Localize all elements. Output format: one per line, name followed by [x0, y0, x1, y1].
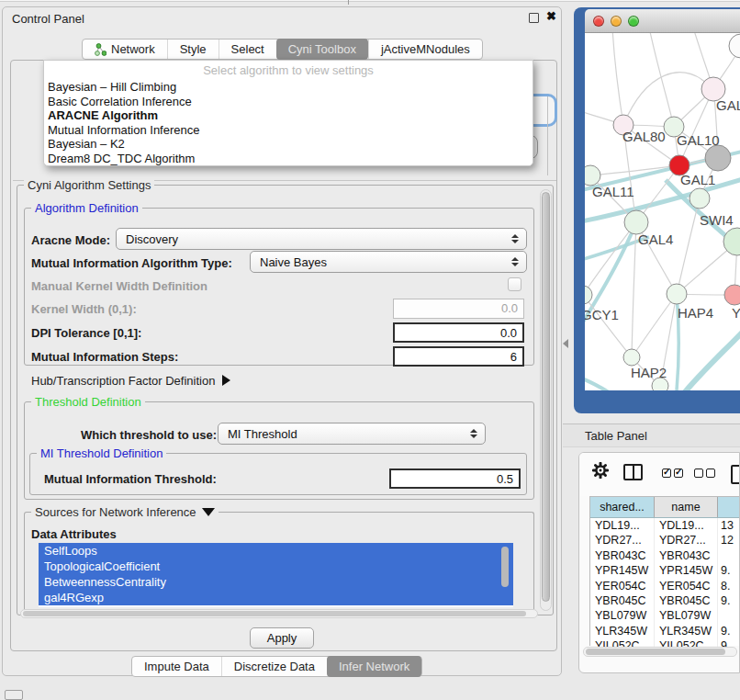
settings-scrollbar-thumb[interactable]	[542, 192, 550, 602]
network-node[interactable]	[705, 145, 731, 171]
float-window-icon[interactable]	[529, 13, 539, 23]
algorithm-option[interactable]: Dream8 DC_TDC Algorithm	[44, 152, 533, 166]
algorithm-option[interactable]: Mutual Information Inference	[44, 123, 533, 138]
table-cell: YBR043C	[590, 548, 655, 563]
split-columns-icon[interactable]	[623, 464, 643, 480]
table-cell: YDL19...	[655, 518, 718, 533]
node-label: SWI4	[700, 212, 734, 228]
table-row[interactable]: YIL052CYIL052C9	[590, 638, 739, 647]
sources-title: Sources for Network Inference	[35, 505, 196, 519]
network-node-y[interactable]	[724, 285, 740, 305]
network-window-titlebar[interactable]	[585, 9, 740, 33]
column-header[interactable]: shared...	[590, 497, 655, 517]
settings-scrollbar[interactable]	[540, 189, 552, 611]
hub-definition-toggle[interactable]: Hub/Transcription Factor Definition	[31, 374, 230, 388]
select-all-icon[interactable]	[674, 469, 683, 478]
mi-threshold-field[interactable]: 0.5	[389, 469, 521, 489]
select-all-icon[interactable]	[662, 469, 671, 478]
tab-label: Network	[111, 42, 155, 56]
network-node-hap4[interactable]	[667, 284, 687, 304]
settings-hscrollbar-thumb[interactable]	[23, 611, 526, 616]
floating-panel-icon[interactable]	[5, 690, 23, 700]
table-row[interactable]: YBL079WYBL079W	[590, 608, 739, 623]
panel-collapse-arrow-icon[interactable]	[563, 339, 568, 348]
algorithm-option[interactable]: Bayesian – K2	[44, 137, 533, 152]
cyni-algorithm-settings-title: Cyni Algorithm Settings	[24, 178, 154, 192]
network-node[interactable]	[690, 188, 710, 209]
sources-toggle[interactable]: Sources for Network Inference	[31, 505, 219, 519]
table-cell: YPR145W	[655, 563, 718, 578]
apply-button[interactable]: Apply	[250, 627, 314, 649]
which-threshold-combo[interactable]: MI Threshold	[218, 423, 486, 445]
table-row[interactable]: YLR345WYLR345W9.	[590, 624, 739, 638]
algorithm-option[interactable]: Basic Correlation Inference	[44, 95, 533, 109]
network-node-gal11[interactable]	[585, 165, 600, 186]
tab-label: Select	[231, 42, 264, 56]
table-row[interactable]: YBR043CYBR043C	[590, 548, 739, 563]
dpi-tolerance-label: DPI Tolerance [0,1]:	[31, 326, 141, 340]
network-node[interactable]	[729, 34, 740, 58]
table-cell	[718, 608, 739, 623]
deselect-all-icon[interactable]	[694, 469, 703, 478]
data-attributes-list[interactable]: SelfLoopsTopologicalCoefficientBetweenne…	[39, 543, 513, 607]
column-header[interactable]: name	[655, 497, 718, 517]
attribute-item[interactable]: TopologicalCoefficient	[39, 559, 513, 574]
mi-steps-field[interactable]: 6	[393, 346, 524, 367]
attribute-item[interactable]: BetweennessCentrality	[39, 574, 513, 590]
mi-algorithm-type-combo[interactable]: Naive Bayes	[250, 251, 527, 273]
tab-impute-data[interactable]: Impute Data	[132, 657, 221, 676]
algorithm-dropdown-popup: Select algorithm to view settings Bayesi…	[43, 60, 533, 166]
table-cell: 9	[718, 638, 739, 647]
attribute-item[interactable]: gal4RGexp	[39, 590, 513, 605]
network-canvas[interactable]: GALGAL80GAL10GAL1GAL11GAL4SWI4HAP4YGCY1H…	[585, 33, 740, 390]
tab-label: Impute Data	[144, 660, 209, 673]
export-table-icon[interactable]	[731, 465, 740, 484]
node-label: GAL	[716, 97, 740, 113]
deselect-all-icon[interactable]	[706, 469, 715, 478]
table-hscrollbar-thumb[interactable]	[586, 649, 725, 655]
table-row[interactable]: YER054CYER054C8.	[590, 579, 739, 593]
tab-network[interactable]: Network	[83, 40, 167, 59]
algorithm-option[interactable]: ARACNE Algorithm	[44, 108, 533, 123]
mi-steps-label: Mutual Information Steps:	[31, 350, 178, 364]
network-node-hap2[interactable]	[623, 349, 640, 366]
dpi-tolerance-field[interactable]: 0.0	[393, 322, 524, 343]
close-traffic-light-icon[interactable]	[593, 16, 604, 27]
table-row[interactable]: YPR145WYPR145W9.	[590, 563, 739, 578]
toolbar-divider	[348, 0, 349, 5]
network-node-gcy1[interactable]	[585, 286, 592, 304]
attribute-item[interactable]: SelfLoops	[39, 543, 513, 559]
close-panel-icon[interactable]: ✖	[546, 9, 556, 23]
tab-style[interactable]: Style	[167, 40, 219, 59]
table-hscrollbar[interactable]	[583, 647, 737, 657]
table-cell: YLR345W	[655, 624, 718, 638]
tab-label: jActiveMNodules	[381, 42, 470, 56]
table-row[interactable]: YDR27...YDR27...12	[590, 533, 739, 548]
tab-cyni-toolbox[interactable]: Cyni Toolbox	[276, 39, 368, 60]
gear-icon[interactable]	[592, 462, 609, 481]
spinner-arrows-icon	[470, 429, 477, 438]
settings-hscrollbar[interactable]	[20, 609, 538, 618]
attributes-scrollbar-thumb[interactable]	[501, 547, 509, 587]
table-cell: 13	[718, 518, 739, 533]
app-toolbar-edge	[0, 0, 740, 2]
algorithm-option[interactable]: Bayesian – Hill Climbing	[44, 80, 533, 95]
table-cell: YDR27...	[590, 533, 655, 548]
minimize-traffic-light-icon[interactable]	[611, 16, 622, 27]
column-header[interactable]	[718, 497, 739, 517]
network-node-labels: GALGAL80GAL10GAL1GAL11GAL4SWI4HAP4YGCY1H…	[585, 97, 740, 380]
tab-infer-network[interactable]: Infer Network	[327, 656, 421, 677]
tab-label: Discretize Data	[234, 660, 315, 673]
tab-jactivemnodules[interactable]: jActiveMNodules	[368, 40, 482, 59]
attributes-scrollbar[interactable]	[500, 547, 510, 604]
tab-discretize-data[interactable]: Discretize Data	[221, 657, 327, 676]
aracne-mode-value: Discovery	[126, 232, 178, 246]
zoom-traffic-light-icon[interactable]	[628, 16, 639, 27]
tab-select[interactable]: Select	[219, 40, 276, 59]
table-cell: YPR145W	[590, 563, 655, 578]
table-row[interactable]: YDL19...YDL19...13	[590, 518, 739, 533]
manual-kernel-checkbox[interactable]	[508, 277, 521, 291]
table-row[interactable]: YBR045CYBR045C9.	[590, 593, 739, 608]
node-label: GCY1	[585, 307, 619, 322]
aracne-mode-combo[interactable]: Discovery	[116, 228, 527, 250]
